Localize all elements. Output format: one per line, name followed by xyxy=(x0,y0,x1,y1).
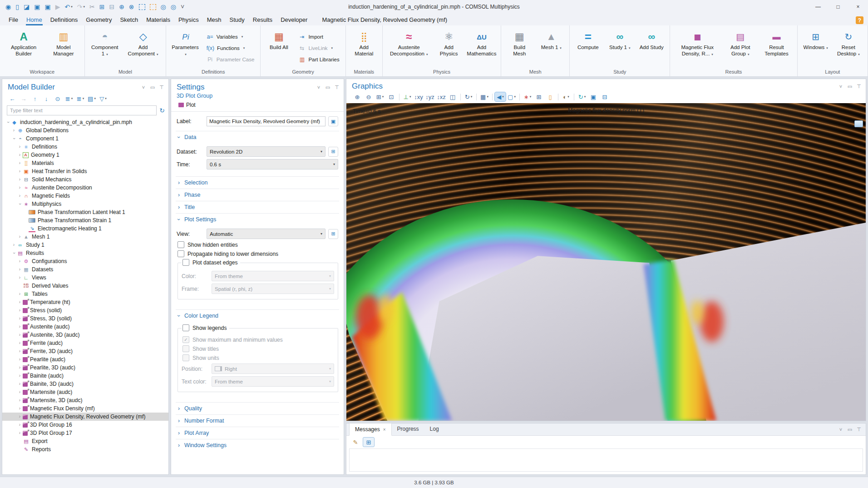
expand-arrow-icon[interactable]: › xyxy=(17,161,23,165)
menu-tab-sketch[interactable]: Sketch xyxy=(116,15,142,25)
go-to-source-icon[interactable]: ⊞ xyxy=(328,147,338,157)
build-mesh-button[interactable]: ▦Build Mesh xyxy=(504,28,534,68)
new-window-icon[interactable]: ▣ xyxy=(328,116,338,126)
expand-arrow-icon[interactable]: › xyxy=(17,365,23,370)
expand-arrow-icon[interactable]: › xyxy=(17,267,23,272)
zoom-box-button[interactable]: ⊞▾ xyxy=(375,92,385,101)
close-button[interactable]: × xyxy=(848,0,868,14)
tree-item-bainite-3d-audc[interactable]: ›∗Bainite, 3D (audc) xyxy=(2,380,168,388)
tree-item-ferrite-audc[interactable]: ›∗Ferrite (audc) xyxy=(2,339,168,347)
pen-button[interactable]: ✎ xyxy=(350,438,361,447)
save-icon[interactable]: ▣ xyxy=(32,2,42,12)
qat-overflow-icon[interactable]: ˅ xyxy=(179,2,186,12)
time-dropdown[interactable]: 0.6 s▾ xyxy=(207,159,338,169)
help-button[interactable]: ? xyxy=(856,16,863,24)
tree-item-induction-hardening-of-a-cylindrical-pin-mph[interactable]: ›◆induction_hardening_of_a_cylindrical_p… xyxy=(2,118,168,126)
plot-dataset-edges-checkbox[interactable] xyxy=(182,259,189,266)
menu-tab-study[interactable]: Study xyxy=(226,15,249,25)
menu-tab-home[interactable]: Home xyxy=(22,15,46,25)
view-xy-button[interactable]: ↕xy xyxy=(413,92,424,101)
section-data[interactable]: › Data xyxy=(176,131,339,143)
scene-light-button[interactable]: ◀▾ xyxy=(495,92,506,101)
expand-arrow-icon[interactable]: › xyxy=(17,308,23,313)
tree-item-austenite-3d-audc[interactable]: ›∗Austenite, 3D (audc) xyxy=(2,331,168,339)
expand-arrow-icon[interactable]: › xyxy=(17,357,23,362)
expand-arrow-icon[interactable]: › xyxy=(17,259,23,264)
duplicate-icon[interactable]: ⊕ xyxy=(117,2,126,12)
float-panel-button[interactable]: ▭ xyxy=(847,427,853,433)
expand-arrow-icon[interactable]: › xyxy=(17,153,23,157)
expand-arrow-icon[interactable]: › xyxy=(17,406,23,411)
expand-arrow-icon[interactable]: › xyxy=(17,398,23,403)
tree-item-magnetic-fields[interactable]: ›∩Magnetic Fields xyxy=(2,192,168,200)
context-tab-magnetic-flux-density-revolved-geometry-mf[interactable]: Magnetic Flux Density, Revolved Geometry… xyxy=(318,15,451,25)
expand-arrow-icon[interactable]: › xyxy=(17,341,23,345)
refresh-icon[interactable]: ↻ xyxy=(159,107,165,114)
pin-panel-button[interactable]: ⊤ xyxy=(856,84,862,90)
zoom-extents-button[interactable]: ⊡ xyxy=(386,92,397,101)
go-back-button[interactable]: ← xyxy=(7,94,18,103)
print-button[interactable]: ⊟ xyxy=(599,92,610,101)
tree-item-export[interactable]: ›▤Export xyxy=(2,437,168,445)
collapse-arrow-icon[interactable]: › xyxy=(12,250,16,256)
tree-item-views[interactable]: ›∟Views xyxy=(2,274,168,282)
copy-button[interactable]: ⊞ xyxy=(363,437,375,447)
tree-item-solid-mechanics[interactable]: ›⊟Solid Mechanics xyxy=(2,175,168,184)
tree-item-martensite-audc[interactable]: ›∗Martensite (audc) xyxy=(2,388,168,396)
tab-messages[interactable]: Messages× xyxy=(349,423,392,436)
save-as-icon[interactable]: ▣ xyxy=(43,2,52,12)
expand-all-button[interactable]: ≣▾ xyxy=(64,94,74,103)
tree-item-pearlite-audc[interactable]: ›∗Pearlite (audc) xyxy=(2,355,168,364)
reset-desktop-button[interactable]: ↻Reset Desktop ▾ xyxy=(833,28,864,68)
tree-item-3d-plot-group-16[interactable]: ›∗3D Plot Group 16 xyxy=(2,421,168,429)
go-to-view-icon[interactable]: ⊞ xyxy=(328,229,338,239)
expand-arrow-icon[interactable]: › xyxy=(17,292,23,296)
model-manager-button[interactable]: ▥Model Manager xyxy=(46,28,81,68)
expand-arrow-icon[interactable]: › xyxy=(17,316,23,321)
collapse-arrow-icon[interactable]: › xyxy=(6,120,10,125)
view-xz-button[interactable]: ↕xz xyxy=(436,92,447,101)
float-panel-button[interactable]: ▭ xyxy=(149,85,156,90)
section-phase[interactable]: › Phase xyxy=(176,189,339,201)
graphics-canvas[interactable]: Time=0.6 s Magnetic flux density norm (T… xyxy=(346,103,866,421)
tree-item-stress-3d-solid[interactable]: ›∗Stress, 3D (solid) xyxy=(2,314,168,323)
projection-button[interactable]: ◫ xyxy=(447,92,458,101)
compute-button[interactable]: =Compute xyxy=(573,28,603,68)
section-selection[interactable]: › Selection xyxy=(176,176,339,189)
open-file-icon[interactable]: ◪ xyxy=(22,2,31,12)
cut-icon[interactable]: ✂ xyxy=(88,2,97,12)
add-material-button[interactable]: ⣿Add Material xyxy=(349,28,379,68)
snapshot-button[interactable]: ▣ xyxy=(588,92,599,101)
model-tree-node-text-button[interactable]: ▤▾ xyxy=(86,94,97,103)
axis-triad-button[interactable]: ∗▾ xyxy=(522,92,533,101)
section-title[interactable]: › Title xyxy=(176,201,339,213)
menu-tab-materials[interactable]: Materials xyxy=(142,15,174,25)
dataset-dropdown[interactable]: Revolution 2D▾ xyxy=(207,146,326,157)
find-icon[interactable]: ◎ xyxy=(159,2,168,12)
tree-item-ferrite-3d-audc[interactable]: ›∗Ferrite, 3D (audc) xyxy=(2,347,168,355)
tree-item-materials[interactable]: ›⣿Materials xyxy=(2,159,168,167)
import-button[interactable]: ⇥Import xyxy=(296,31,341,42)
expand-arrow-icon[interactable]: › xyxy=(17,382,23,386)
select-box-icon[interactable] xyxy=(137,2,147,12)
menu-tab-results[interactable]: Results xyxy=(249,15,276,25)
grid-button[interactable]: ⊞ xyxy=(533,92,544,101)
pin-panel-button[interactable]: ⊤ xyxy=(334,85,340,90)
expand-arrow-icon[interactable]: › xyxy=(17,390,23,394)
copy-icon[interactable]: ⊞ xyxy=(98,2,107,12)
tree-item-3d-plot-group-17[interactable]: ›∗3D Plot Group 17 xyxy=(2,429,168,437)
expand-arrow-icon[interactable]: › xyxy=(11,243,17,247)
collapse-arrow-icon[interactable]: › xyxy=(12,136,16,142)
collapse-panel-button[interactable]: ˅ xyxy=(316,85,322,90)
tree-item-temperature-ht[interactable]: ›∗Temperature (ht) xyxy=(2,298,168,306)
maximize-button[interactable]: □ xyxy=(828,0,848,14)
tree-item-stress-solid[interactable]: ›∗Stress (solid) xyxy=(2,306,168,314)
expand-arrow-icon[interactable]: › xyxy=(17,177,23,182)
close-tab-icon[interactable]: × xyxy=(383,427,386,432)
expand-arrow-icon[interactable]: › xyxy=(17,194,23,198)
windows-button[interactable]: ⊞Windows ▾ xyxy=(801,28,831,68)
tab-log[interactable]: Log xyxy=(424,423,444,435)
add-study-button[interactable]: ∞Add Study xyxy=(636,28,666,68)
go-to-default-view-button[interactable]: ⊥▾ xyxy=(402,92,413,101)
study-1-button[interactable]: ∞Study 1 ▾ xyxy=(605,28,635,68)
